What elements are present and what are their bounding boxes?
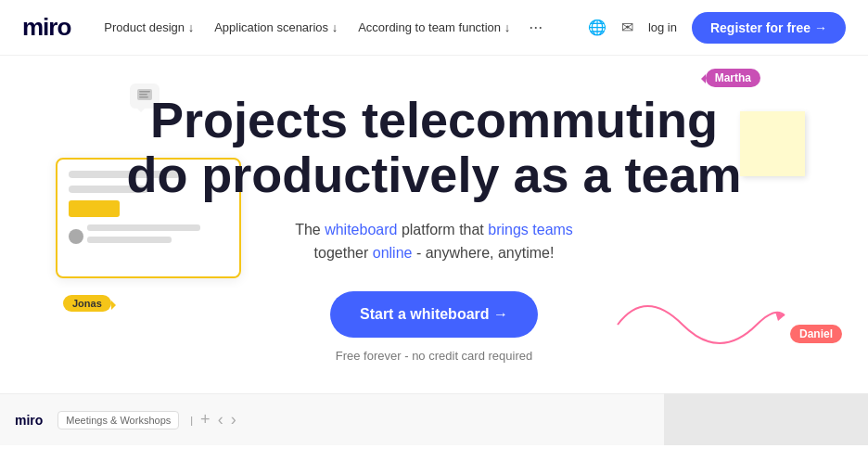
nav-team-function[interactable]: According to team function ↓ — [351, 17, 517, 38]
navbar: miro Product design ↓ Application scenar… — [0, 0, 868, 56]
whiteboard-link: whiteboard — [325, 222, 397, 237]
nav-more-dots[interactable]: ··· — [523, 14, 548, 41]
bottom-breadcrumb-sep: | — [190, 415, 193, 426]
hero-content: Projects telecommuting do productively a… — [0, 83, 868, 363]
free-forever-text: Free forever - no credit card required — [0, 349, 868, 363]
cta-button[interactable]: Start a whiteboard → — [330, 291, 538, 338]
mail-icon[interactable]: ✉ — [621, 19, 633, 36]
nav-right: 🌐 ✉ log in Register for free → — [588, 12, 846, 44]
bottom-forward-icon[interactable]: › — [231, 410, 236, 429]
hero-heading: Projects telecommuting do productively a… — [109, 93, 759, 203]
nav-product-design[interactable]: Product design ↓ — [96, 17, 201, 38]
nav-application-scenarios[interactable]: Application scenarios ↓ — [207, 17, 345, 38]
bottom-back-icon[interactable]: ‹ — [218, 410, 223, 429]
hero-section: Martha Jonas Projects telecommuting do p… — [0, 56, 868, 445]
brand-logo[interactable]: miro — [22, 13, 70, 42]
hero-sub-line2: together online - anywhere, anytime! — [314, 245, 555, 261]
hero-subheading: The whiteboard platform that brings team… — [0, 218, 868, 265]
nav-links: Product design ↓ Application scenarios ↓… — [96, 14, 588, 41]
bottom-add-icon[interactable]: + — [200, 410, 211, 429]
bottom-right-strip — [664, 393, 868, 445]
login-link[interactable]: log in — [648, 20, 677, 34]
globe-icon[interactable]: 🌐 — [588, 19, 606, 36]
brings-teams-highlight: brings teams — [488, 222, 573, 237]
register-button[interactable]: Register for free → — [692, 12, 846, 44]
bottom-logo: miro — [15, 413, 43, 428]
bottom-tab[interactable]: Meetings & Workshops — [57, 411, 179, 429]
